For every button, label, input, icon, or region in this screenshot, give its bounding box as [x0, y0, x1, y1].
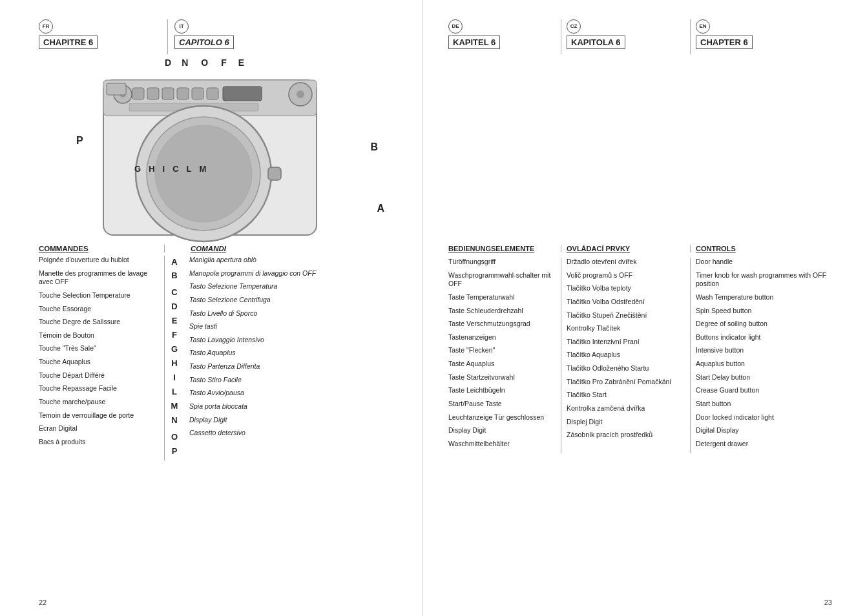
fr-items-col: Poignée d'ouverture du hublot Manette de…: [39, 256, 165, 460]
item-de-N: Leuchtanzeige Tür geschlossen: [448, 413, 556, 422]
de-items-col: Türöffnungsgriff Waschprogrammwahl-schal…: [448, 258, 561, 453]
letter-H: H: [171, 358, 177, 368]
it-items-col: Maniglia apertura oblò Manopola programm…: [184, 256, 409, 460]
item-fr-D: Touche Essorage: [39, 305, 161, 314]
item-de-H: Taste Aquaplus: [448, 360, 556, 369]
item-fr-N: Temoin de verrouillage de porte: [39, 411, 161, 420]
item-fr-C: Touche Selection Temperature: [39, 291, 161, 300]
item-en-L: Crease Guard button: [696, 386, 832, 395]
item-cz-P: Zásobník pracích prostředků: [567, 431, 685, 440]
en-items-col: Door handle Timer knob for wash programm…: [691, 258, 832, 453]
letter-O: O: [171, 432, 178, 442]
item-de-A: Türöffnungsgriff: [448, 258, 556, 267]
svg-rect-5: [177, 88, 189, 99]
item-cz-E: Tlačítko Stupeň Znečištění: [567, 311, 685, 320]
letter-P: P: [172, 446, 178, 456]
item-it-H: Tasto Aquaplus: [189, 349, 409, 358]
item-fr-G: Touche "Très Sale": [39, 344, 161, 353]
item-it-D: Tasto Selezione Centrifuga: [189, 296, 409, 305]
item-cz-I: Tlačítko Odloženého Startu: [567, 364, 685, 373]
item-en-G: Intensive button: [696, 346, 832, 355]
item-fr-P: Bacs à produits: [39, 438, 161, 447]
letter-G: G: [171, 344, 178, 354]
item-cz-A: Držadlo otevření dvířek: [567, 258, 685, 267]
svg-point-12: [297, 90, 304, 98]
svg-rect-4: [162, 88, 174, 99]
item-cz-B: Volič programů s OFF: [567, 271, 685, 280]
item-cz-N: Kontrolka zamčená dvířka: [567, 404, 685, 413]
item-en-B: Timer knob for wash programmes with OFF …: [696, 271, 832, 289]
b-label: B: [370, 141, 378, 153]
diagram-top-labels: D N O F E: [165, 57, 244, 68]
item-de-G: Taste "Flecken": [448, 346, 556, 355]
item-it-B: Manopola programmi di lavaggio con OFF: [189, 269, 409, 278]
right-items-section: Türöffnungsgriff Waschprogrammwahl-schal…: [448, 258, 832, 453]
item-it-O: Display Digit: [189, 416, 409, 425]
letter-E: E: [172, 316, 178, 325]
de-controls-header: BEDIENUNGSELEMENTE: [448, 245, 534, 252]
item-cz-M: Tlačítko Start: [567, 391, 685, 400]
item-fr-E: Touche Degre de Salissure: [39, 318, 161, 327]
item-it-N: Spia porta bloccata: [189, 402, 409, 411]
letter-column: A B C D E F G H I L M N O P: [165, 256, 184, 460]
svg-point-16: [155, 125, 252, 222]
item-de-D: Taste Schleuderdrehzahl: [448, 307, 556, 316]
item-en-I: Start Delay button: [696, 373, 832, 382]
a-label: A: [377, 203, 384, 214]
item-de-M: Start/Pause Taste: [448, 400, 556, 409]
item-de-C: Taste Temperaturwahl: [448, 293, 556, 302]
item-en-O: Digital Display: [696, 426, 832, 435]
item-en-F: Buttons indicator light: [696, 333, 832, 342]
item-cz-F: Kontrolky Tlačítek: [567, 324, 685, 333]
de-flag: DE: [448, 19, 463, 34]
item-de-L: Taste Leichtbügeln: [448, 386, 556, 395]
item-fr-F: Témoin de Bouton: [39, 331, 161, 340]
letter-F: F: [172, 330, 177, 340]
item-fr-H: Touche Aquaplus: [39, 358, 161, 367]
letter-D: D: [171, 302, 177, 311]
p-label: P: [76, 135, 83, 147]
item-en-D: Spin Speed button: [696, 307, 832, 316]
item-de-I: Taste Startzeitvorwahl: [448, 373, 556, 382]
en-chapter-title: CHAPTER 6: [696, 36, 753, 49]
letter-A: A: [171, 257, 177, 267]
left-page-number: 22: [39, 599, 47, 606]
it-flag: IT: [174, 19, 189, 34]
item-en-C: Wash Temperature button: [696, 293, 832, 302]
fr-flag: FR: [39, 19, 53, 34]
de-chapter-title: KAPITEL 6: [448, 36, 500, 49]
svg-rect-6: [192, 88, 203, 99]
item-it-P: Cassetto detersivo: [189, 429, 409, 438]
letter-M: M: [171, 401, 178, 411]
item-it-M: Tasto Avvio/pausa: [189, 389, 409, 398]
item-de-P: Waschmittelbehälter: [448, 440, 556, 449]
item-fr-O: Ecran Digital: [39, 424, 161, 433]
items-section: Poignée d'ouverture du hublot Manette de…: [39, 256, 409, 460]
svg-rect-7: [207, 88, 218, 99]
item-fr-M: Touche marche/pause: [39, 398, 161, 407]
right-page-number: 23: [824, 599, 832, 606]
svg-rect-18: [107, 83, 126, 95]
item-it-C: Tasto Selezione Temperatura: [189, 282, 409, 291]
item-it-A: Maniglia apertura oblò: [189, 256, 409, 265]
it-chapter-title: CAPITOLO 6: [174, 36, 234, 49]
item-it-G: Tasto Lavaggio Intensivo: [189, 336, 409, 345]
fr-chapter-title: CHAPITRE 6: [39, 36, 98, 49]
item-it-L: Tasto Stiro Facile: [189, 376, 409, 385]
item-fr-L: Touche Repassage Facile: [39, 384, 161, 393]
left-page: FR CHAPITRE 6 IT CAPITOLO 6 D N O F E: [0, 0, 422, 616]
item-it-I: Tasto Partenza Differita: [189, 362, 409, 371]
item-de-B: Waschprogrammwahl-schalter mit OFF: [448, 271, 556, 289]
diagram-bottom-labels: G H I C L M: [134, 164, 206, 174]
item-en-P: Detergent drawer: [696, 440, 832, 449]
item-en-N: Door locked indicator light: [696, 413, 832, 422]
right-page: DE KAPITEL 6 CZ KAPITOLA 6 EN CHAPTER 6: [422, 0, 845, 616]
svg-rect-3: [147, 88, 159, 99]
item-de-E: Taste Verschmutzungsgrad: [448, 320, 556, 329]
item-en-H: Aquaplus button: [696, 360, 832, 369]
item-cz-D: Tlačítko Volba Odstředění: [567, 298, 685, 307]
item-cz-L: Tlačítko Pro Zabránění Pomačkání: [567, 378, 685, 387]
item-en-A: Door handle: [696, 258, 832, 267]
svg-rect-8: [223, 87, 262, 101]
item-cz-C: Tlačítko Volba teploty: [567, 284, 685, 293]
